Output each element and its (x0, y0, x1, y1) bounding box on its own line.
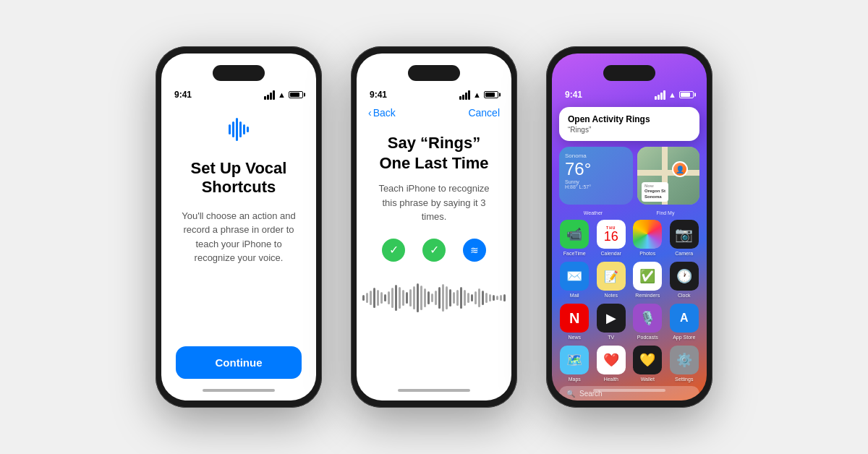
say-rings-title: Say “Rings” One Last Time (357, 126, 511, 173)
wave-bar-32 (478, 288, 480, 307)
wave-bar-39 (503, 294, 506, 301)
signal-icon-2 (459, 90, 470, 100)
wave-bar-2 (370, 291, 372, 305)
app-photos[interactable]: Photos (632, 220, 663, 256)
app-podcasts[interactable]: 🎙️ Podcasts (632, 304, 663, 340)
say-rings-description: Teach iPhone to recognize this phrase by… (357, 181, 511, 224)
dynamic-island-3 (603, 65, 655, 81)
app-notes[interactable]: 📝 Notes (596, 262, 627, 298)
app-appstore[interactable]: A App Store (669, 304, 700, 340)
wave-bar-23 (446, 286, 448, 309)
wave-bar-19 (431, 294, 433, 302)
findmy-widget-label: Find My (631, 210, 699, 215)
wave-bar-25 (453, 292, 455, 304)
back-button[interactable]: ‹ Back (368, 107, 396, 119)
dynamic-island-2 (408, 65, 460, 81)
wifi-icon-3: ▲ (668, 90, 676, 99)
signal-icon-3 (655, 90, 665, 100)
phone1-main-content: Set Up Vocal Shortcuts You'll choose an … (161, 104, 316, 393)
progress-dots: ✓ ✓ ≋ (357, 239, 511, 262)
battery-icon-3 (679, 91, 694, 98)
waveform-display: .waveform-area .wave-bar:nth-child(odd) … (368, 276, 500, 320)
weather-widget[interactable]: Sonoma 76° Sunny H:88° L:57° (559, 147, 633, 205)
phone-1-screen: 9:41 ▲ (161, 53, 316, 401)
app-health[interactable]: ❤️ Health (596, 346, 627, 382)
phone-3-screen: 9:41 ▲ Open Activity Rings “Rings” (552, 53, 707, 401)
setup-title: Set Up Vocal Shortcuts (176, 159, 302, 197)
search-icon: 🔍 (566, 390, 575, 398)
wifi-icon-2: ▲ (473, 90, 481, 99)
map-label: Now Oregon St Sonoma (642, 182, 668, 202)
app-facetime[interactable]: 📹 FaceTime (559, 220, 590, 256)
weather-location: Sonoma (565, 153, 627, 159)
progress-dot-3: ≋ (463, 239, 486, 262)
progress-dot-2: ✓ (422, 239, 446, 262)
wave-bar-14 (413, 286, 415, 309)
phone-3: 9:41 ▲ Open Activity Rings “Rings” (546, 46, 712, 408)
wave-bar-0 (362, 295, 365, 301)
nav-bar-2: ‹ Back Cancel (357, 104, 511, 126)
wave-bar-38 (500, 295, 502, 301)
signal-icon-1 (264, 90, 275, 100)
widgets-row: Sonoma 76° Sunny H:88° L:57° 👤 N (559, 147, 699, 205)
weather-widget-label: Weather (559, 210, 627, 215)
map-widget[interactable]: 👤 Now Oregon St Sonoma (637, 147, 699, 205)
wave-bar-26 (456, 290, 459, 306)
wave-bar-30 (471, 294, 473, 301)
phone-2-screen: 9:41 ▲ ‹ Back Cancel Say “Ring (357, 53, 511, 401)
progress-dot-1: ✓ (382, 239, 405, 262)
app-tv[interactable]: ▶ TV (596, 304, 627, 340)
wave-bar-20 (435, 291, 437, 305)
status-time-1: 9:41 (174, 90, 192, 100)
app-news[interactable]: N News (559, 304, 590, 340)
siri-popup-subtitle: “Rings” (568, 126, 691, 134)
wave-bar-24 (449, 289, 451, 307)
app-settings[interactable]: ⚙️ Settings (669, 346, 700, 382)
app-reminders[interactable]: ✅ Reminders (632, 262, 663, 298)
wave-bar-18 (427, 291, 430, 304)
wave-bar-10 (399, 287, 401, 309)
siri-popup-title: Open Activity Rings (568, 114, 691, 124)
status-time-2: 9:41 (370, 90, 387, 100)
siri-popup: Open Activity Rings “Rings” (559, 107, 699, 141)
wave-bar-13 (409, 289, 412, 307)
wave-bar-11 (402, 290, 404, 306)
home-indicator-3 (593, 389, 665, 392)
status-icons-2: ▲ (459, 90, 498, 100)
wave-bar-15 (417, 283, 419, 312)
phone-1: 9:41 ▲ (156, 46, 322, 408)
cancel-button[interactable]: Cancel (468, 107, 500, 119)
app-mail[interactable]: ✉️ Mail (559, 262, 590, 298)
home-indicator-2 (398, 389, 470, 392)
setup-description: You'll choose an action and record a phr… (176, 209, 302, 265)
wave-bar-17 (424, 288, 426, 307)
vocal-shortcut-icon (217, 111, 260, 147)
status-time-3: 9:41 (565, 90, 582, 100)
wave-bar-4 (377, 290, 379, 306)
continue-button[interactable]: Continue (176, 346, 302, 379)
home-indicator-1 (203, 389, 275, 392)
wave-bar-29 (467, 293, 469, 303)
phone-2: 9:41 ▲ ‹ Back Cancel Say “Ring (351, 46, 517, 408)
wave-bar-12 (406, 292, 408, 304)
back-label: Back (373, 107, 396, 119)
widget-labels: Weather Find My (559, 210, 699, 215)
app-clock[interactable]: 🕐 Clock (669, 262, 700, 298)
status-icons-3: ▲ (655, 90, 694, 100)
wave-bar-6 (384, 294, 386, 301)
weather-temp: 76° (565, 160, 627, 178)
wave-bar-27 (460, 287, 462, 309)
wave-bar-31 (475, 291, 477, 304)
wave-bar-9 (395, 285, 397, 311)
app-wallet[interactable]: 💛 Wallet (632, 346, 663, 382)
app-maps[interactable]: 🗺️ Maps (559, 346, 590, 382)
app-calendar[interactable]: THU 16 Calendar (596, 220, 627, 256)
battery-icon-1 (289, 91, 303, 98)
map-pin: 👤 (672, 161, 688, 177)
search-bar[interactable]: 🔍 Search (559, 386, 699, 401)
chevron-left-icon: ‹ (368, 107, 372, 119)
dynamic-island-1 (213, 65, 265, 81)
status-icons-1: ▲ (264, 90, 303, 100)
app-camera[interactable]: 📷 Camera (669, 220, 700, 256)
battery-icon-2 (484, 91, 498, 98)
